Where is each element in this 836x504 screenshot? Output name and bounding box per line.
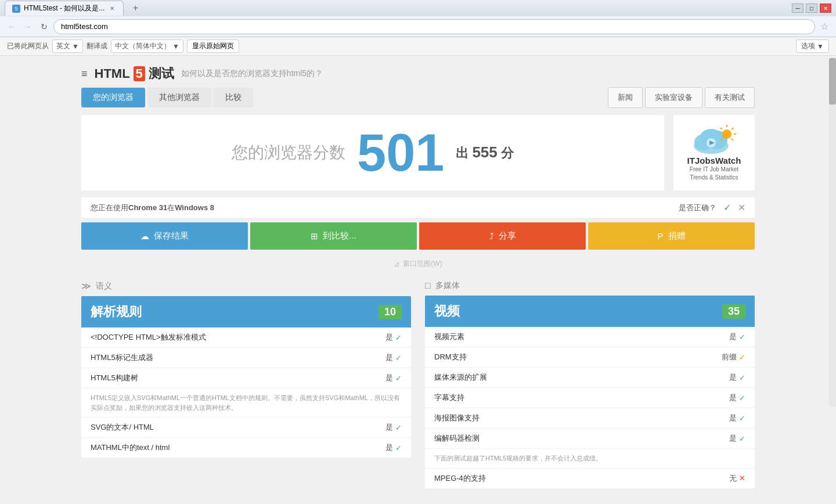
- subtitle-value: 是 ✓: [729, 393, 745, 403]
- parsing-note: HTML5定义嵌入SVG和MathML一个普通的HTML文档中的规则。不需要，虽…: [81, 388, 411, 417]
- drm-value: 前缀 ✓: [722, 352, 745, 362]
- nav-tabs-bar: 您的浏览器 其他浏览器 比较 新闻 实验室设备 有关测试: [70, 87, 766, 108]
- tab-close-button[interactable]: ✕: [108, 5, 116, 13]
- check-icon: ✓: [395, 374, 402, 383]
- refresh-button[interactable]: ↻: [37, 20, 51, 34]
- codec-value: 是 ✓: [729, 433, 745, 444]
- video-card: 视频 35 视频元素 是 ✓ DRM支持 前缀 ✓ 媒体来源的扩展 是 ✓ 字幕…: [425, 296, 755, 488]
- nav-tabs-left: 您的浏览器 其他浏览器 比较: [81, 88, 253, 107]
- nav-tabs-right: 新闻 实验室设备 有关测试: [608, 87, 755, 108]
- video-title: 视频: [434, 303, 460, 320]
- donate-button[interactable]: P 捐赠: [588, 222, 755, 250]
- multimedia-section: □ 多媒体 视频 35 视频元素 是 ✓ DRM支持 前缀 ✓ 媒体来源的扩展: [425, 280, 755, 493]
- semantics-section: ≫ 语义 解析规则 10 <!DOCTYPE HTML>触发标准模式 是 ✓ H…: [81, 280, 411, 493]
- codec-label: 编解码器检测: [434, 433, 480, 444]
- video-element-value: 是 ✓: [729, 332, 745, 342]
- status-x-button[interactable]: ✕: [738, 202, 745, 213]
- score-label: 您的浏览器分数: [232, 142, 345, 164]
- tab-about-test[interactable]: 有关测试: [705, 87, 755, 108]
- check-icon: ✓: [739, 373, 745, 382]
- out-of-num: 555: [472, 143, 497, 161]
- compare-button[interactable]: ⊞ 到比较...: [250, 222, 417, 250]
- translate-btn-label: 翻译成: [87, 41, 107, 51]
- svg-line-7: [732, 128, 733, 129]
- translate-prefix: 已将此网页从: [7, 41, 49, 51]
- tagline: 如何以及是否您的浏览器支持html5的？: [181, 69, 323, 79]
- html5-tokenizer-value: 是 ✓: [385, 352, 402, 363]
- html5-tree-label: HTML5构建树: [91, 373, 138, 383]
- show-original-button[interactable]: 显示原始网页: [187, 39, 239, 53]
- svg-text-label: SVG的文本/ HTML: [91, 422, 154, 433]
- check-icon: ✓: [395, 423, 402, 432]
- share-icon: ⤴: [489, 231, 494, 241]
- address-bar[interactable]: [53, 19, 815, 34]
- video-score: 35: [722, 304, 745, 319]
- tab-compare[interactable]: 比较: [214, 88, 253, 107]
- browser-tab[interactable]: 5 HTML5test - 如何以及是... ✕: [5, 1, 124, 16]
- video-note: 下面的测试超越了HTML5规格的要求，并不会计入总成绩。: [425, 449, 755, 469]
- out-of-suffix: 分: [501, 146, 514, 160]
- parsing-rules-card: 解析规则 10 <!DOCTYPE HTML>触发标准模式 是 ✓ HTML5标…: [81, 296, 411, 458]
- mpeg4-value: 无 ✕: [729, 473, 745, 484]
- subtitle-label: 字幕支持: [434, 393, 464, 403]
- translate-to-dropdown[interactable]: 中文（简体中文） ▼: [111, 39, 183, 53]
- score-section: 您的浏览器分数 501 出 555 分: [70, 115, 766, 190]
- share-label: 分享: [499, 231, 516, 242]
- feature-row: SVG的文本/ HTML 是 ✓: [81, 417, 411, 438]
- tab-favicon: 5: [12, 5, 20, 13]
- ad-card: ITJobsWatch Free IT Job MarketTrends & S…: [673, 115, 755, 190]
- score-out-of: 出 555 分: [456, 143, 514, 162]
- dropdown-arrow-2: ▼: [172, 42, 179, 51]
- page-content: ≡ HTML 5 测试 如何以及是否您的浏览器支持html5的？ 您的浏览器 其…: [0, 56, 836, 493]
- semantics-header: ≫ 语义: [81, 280, 411, 291]
- ad-title: ITJobsWatch: [687, 156, 741, 165]
- parsing-rules-score: 10: [379, 305, 402, 319]
- svg-point-4: [722, 129, 732, 139]
- status-right: 是否正确？ ✓ ✕: [679, 202, 745, 213]
- poster-label: 海报图像支持: [434, 413, 480, 423]
- restore-button[interactable]: □: [806, 3, 817, 13]
- mathml-label: MATHML中的text / html: [91, 442, 170, 453]
- tab-your-browser[interactable]: 您的浏览器: [81, 88, 145, 107]
- parsing-rules-title: 解析规则: [91, 303, 142, 321]
- bookmark-star[interactable]: ☆: [817, 20, 831, 34]
- browser-window: 5 HTML5test - 如何以及是... ✕ + ─ □ ✕ ← → ↻ ☆…: [0, 0, 836, 56]
- translate-to-label: 中文（简体中文）: [115, 41, 171, 51]
- compare-label: 到比较...: [323, 231, 356, 242]
- tab-other-browsers[interactable]: 其他浏览器: [147, 88, 211, 107]
- translate-bar: 已将此网页从 英文 ▼ 翻译成 中文（简体中文） ▼ 显示原始网页 选项 ▼: [0, 37, 836, 56]
- donate-label: 捐赠: [668, 231, 686, 242]
- multimedia-header: □ 多媒体: [425, 280, 755, 291]
- grid-icon: ⊞: [311, 231, 318, 242]
- forward-button[interactable]: →: [21, 20, 35, 34]
- check-icon: ✓: [739, 394, 745, 402]
- test-text: 测试: [149, 65, 174, 82]
- menu-icon[interactable]: ≡: [81, 68, 88, 80]
- new-tab-button[interactable]: +: [128, 1, 142, 15]
- translate-from-dropdown[interactable]: 英文 ▼: [52, 39, 83, 53]
- feature-row: 视频元素 是 ✓: [425, 327, 755, 347]
- save-results-button[interactable]: ☁ 保存结果: [81, 222, 248, 250]
- status-check-button[interactable]: ✓: [723, 202, 731, 213]
- html5-tokenizer-label: HTML5标记生成器: [91, 352, 153, 363]
- scrollbar[interactable]: [829, 58, 836, 406]
- html-text: HTML: [95, 66, 130, 81]
- check-icon: ✓: [739, 434, 745, 443]
- header-left: ≡ HTML 5 测试 如何以及是否您的浏览器支持html5的？: [81, 65, 323, 82]
- html5-logo: HTML 5 测试: [95, 65, 174, 82]
- doctype-label: <!DOCTYPE HTML>触发标准模式: [91, 332, 206, 343]
- options-button[interactable]: 选项 ▼: [796, 39, 829, 53]
- tab-lab-devices[interactable]: 实验室设备: [645, 87, 702, 108]
- back-button[interactable]: ←: [5, 20, 19, 34]
- options-label: 选项: [801, 41, 815, 51]
- html5-tree-value: 是 ✓: [385, 373, 402, 383]
- tab-news[interactable]: 新闻: [608, 87, 643, 108]
- share-button[interactable]: ⤴ 分享: [419, 222, 586, 250]
- scrollbar-thumb[interactable]: [829, 58, 836, 105]
- content-grid: ≫ 语义 解析规则 10 <!DOCTYPE HTML>触发标准模式 是 ✓ H…: [70, 280, 766, 493]
- feature-row: MPEG-4的支持 无 ✕: [425, 469, 755, 488]
- video-header: 视频 35: [425, 296, 755, 327]
- status-correct-label: 是否正确？: [679, 203, 716, 213]
- close-button[interactable]: ✕: [820, 3, 831, 13]
- minimize-button[interactable]: ─: [792, 3, 803, 13]
